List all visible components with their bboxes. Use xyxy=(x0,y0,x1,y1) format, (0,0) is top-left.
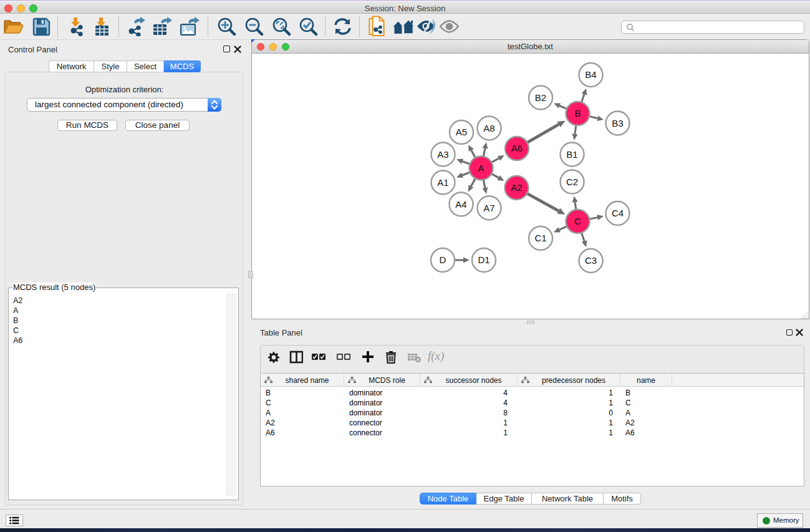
svg-text:A8: A8 xyxy=(483,123,494,133)
svg-text:D: D xyxy=(440,254,446,265)
svg-text:A5: A5 xyxy=(456,127,467,137)
svg-text:B2: B2 xyxy=(535,92,546,103)
svg-text:D1: D1 xyxy=(478,254,489,265)
svg-text:B: B xyxy=(574,108,581,118)
svg-text:A6: A6 xyxy=(511,143,523,153)
svg-text:B3: B3 xyxy=(612,118,623,128)
svg-text:A1: A1 xyxy=(437,177,448,188)
svg-text:B4: B4 xyxy=(585,69,596,80)
svg-text:C2: C2 xyxy=(566,177,578,187)
svg-text:A7: A7 xyxy=(483,203,494,213)
svg-text:C1: C1 xyxy=(534,233,546,243)
svg-text:A2: A2 xyxy=(511,182,522,193)
svg-text:C3: C3 xyxy=(585,255,597,266)
svg-text:C: C xyxy=(574,216,581,226)
svg-text:A3: A3 xyxy=(437,149,448,160)
svg-text:A4: A4 xyxy=(455,199,466,210)
svg-text:B1: B1 xyxy=(566,149,577,160)
svg-text:A: A xyxy=(478,163,484,173)
svg-text:C4: C4 xyxy=(612,208,624,218)
